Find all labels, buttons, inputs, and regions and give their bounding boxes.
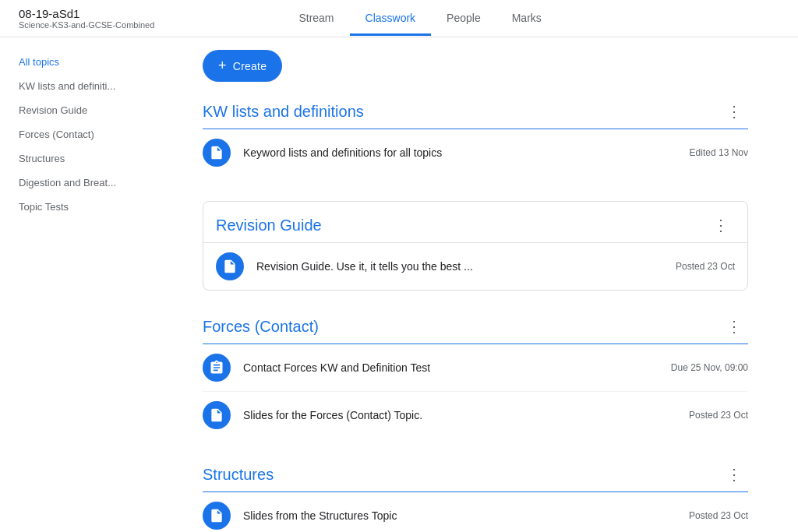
topic-more-button-structures[interactable]: ⋮ <box>720 463 748 485</box>
assignment-icon-kw <box>203 139 231 167</box>
assignment-name-kw: Keyword lists and definitions for all to… <box>243 146 442 159</box>
assignment-meta-structures: Posted 23 Oct <box>676 510 748 521</box>
assignment-icon <box>209 360 224 375</box>
topic-section-structures: Structures ⋮ Slides from the Structures … <box>203 463 748 532</box>
assignment-name-structures: Slides from the Structures Topic <box>243 509 397 522</box>
assignment-info-structures: Slides from the Structures Topic <box>243 509 676 522</box>
assignment-meta-revision: Posted 23 Oct <box>663 261 735 272</box>
topic-title-structures[interactable]: Structures <box>203 466 274 484</box>
assignment-info-forces-test: Contact Forces KW and Definition Test <box>243 361 659 374</box>
assignment-icon-revision <box>216 252 244 280</box>
assignment-info-kw: Keyword lists and definitions for all to… <box>243 146 677 159</box>
create-button[interactable]: + Create <box>203 50 282 82</box>
assignment-contact-forces-test[interactable]: Contact Forces KW and Definition Test Du… <box>203 344 748 392</box>
sidebar-item-revision-guide[interactable]: Revision Guide <box>0 98 159 122</box>
topic-title-kw-lists[interactable]: KW lists and definitions <box>203 103 364 121</box>
assignment-name-forces-test: Contact Forces KW and Definition Test <box>243 361 430 374</box>
topic-header-structures: Structures ⋮ <box>203 463 748 492</box>
topic-header-kw-lists: KW lists and definitions ⋮ <box>203 100 748 129</box>
main-nav: Stream Classwork People Marks <box>283 2 556 35</box>
assignment-meta-forces-slides: Posted 23 Oct <box>676 410 748 421</box>
assignment-name-revision: Revision Guide. Use it, it tells you the… <box>256 260 473 273</box>
assignment-structures-slides[interactable]: Slides from the Structures Topic Posted … <box>203 492 748 532</box>
assignment-icon-forces-slides <box>203 401 231 429</box>
create-label: Create <box>233 60 267 72</box>
tab-people[interactable]: People <box>431 2 496 36</box>
assignment-kw-definitions[interactable]: Keyword lists and definitions for all to… <box>203 129 748 176</box>
main-content: + Create KW lists and definitions ⋮ Keyw… <box>171 37 779 532</box>
class-subtitle: Science-KS3-and-GCSE-Combined <box>19 20 154 30</box>
assignment-meta-forces-test: Due 25 Nov, 09:00 <box>659 362 748 373</box>
assignment-forces-slides[interactable]: Slides for the Forces (Contact) Topic. P… <box>203 392 748 439</box>
assignment-revision-guide[interactable]: Revision Guide. Use it, it tells you the… <box>203 243 747 290</box>
assignment-icon-structures <box>203 502 231 530</box>
sidebar-item-kw-lists[interactable]: KW lists and definiti... <box>0 74 159 98</box>
tab-marks[interactable]: Marks <box>496 2 557 36</box>
sidebar-item-topic-tests[interactable]: Topic Tests <box>0 195 159 219</box>
topic-title-revision[interactable]: Revision Guide <box>216 217 322 234</box>
document-icon <box>209 145 224 160</box>
assignment-icon-forces-test <box>203 354 231 382</box>
sidebar: All topics KW lists and definiti... Revi… <box>0 37 171 532</box>
document-icon-structures <box>209 508 224 523</box>
topic-header-revision: Revision Guide ⋮ <box>203 202 747 243</box>
sidebar-item-structures[interactable]: Structures <box>0 146 159 171</box>
assignment-name-forces-slides: Slides for the Forces (Contact) Topic. <box>243 409 422 421</box>
assignment-meta-kw: Edited 13 Nov <box>677 147 748 158</box>
document-icon-revision <box>222 259 238 274</box>
sidebar-item-digestion[interactable]: Digestion and Breat... <box>0 171 159 195</box>
topic-title-forces[interactable]: Forces (Contact) <box>203 318 319 336</box>
assignment-info-revision: Revision Guide. Use it, it tells you the… <box>256 260 663 273</box>
tab-classwork[interactable]: Classwork <box>350 2 432 36</box>
class-name: 08-19-aSd1 <box>19 7 154 20</box>
tab-stream[interactable]: Stream <box>283 2 349 36</box>
class-info: 08-19-aSd1 Science-KS3-and-GCSE-Combined <box>19 7 154 30</box>
page-body: All topics KW lists and definiti... Revi… <box>0 37 798 532</box>
topic-more-button-revision[interactable]: ⋮ <box>707 214 735 236</box>
topic-more-button-kw-lists[interactable]: ⋮ <box>720 100 748 122</box>
plus-icon: + <box>218 58 227 74</box>
topic-section-forces: Forces (Contact) ⋮ Contact Forces KW and… <box>203 315 748 439</box>
document-icon-forces <box>209 407 224 423</box>
sidebar-item-all-topics[interactable]: All topics <box>0 50 159 74</box>
topic-more-button-forces[interactable]: ⋮ <box>720 315 748 337</box>
topic-section-kw-lists: KW lists and definitions ⋮ Keyword lists… <box>203 100 748 176</box>
topic-header-forces: Forces (Contact) ⋮ <box>203 315 748 344</box>
assignment-info-forces-slides: Slides for the Forces (Contact) Topic. <box>243 409 676 421</box>
app-header: 08-19-aSd1 Science-KS3-and-GCSE-Combined… <box>0 0 798 37</box>
sidebar-item-forces[interactable]: Forces (Contact) <box>0 122 159 146</box>
topic-section-revision-guide: Revision Guide ⋮ Revision Guide. Use it,… <box>203 201 748 291</box>
